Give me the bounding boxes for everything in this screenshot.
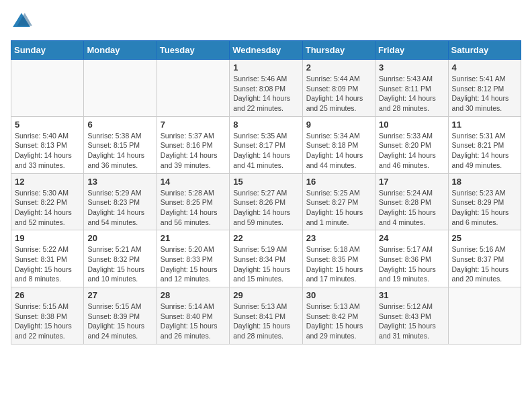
calendar-week-3: 19Sunrise: 5:22 AM Sunset: 8:31 PM Dayli…	[11, 230, 521, 287]
calendar-cell: 11Sunrise: 5:31 AM Sunset: 8:21 PM Dayli…	[448, 116, 521, 173]
calendar-cell: 16Sunrise: 5:25 AM Sunset: 8:27 PM Dayli…	[302, 173, 375, 230]
day-info: Sunrise: 5:33 AM Sunset: 8:20 PM Dayligh…	[379, 131, 444, 171]
day-info: Sunrise: 5:30 AM Sunset: 8:22 PM Dayligh…	[15, 188, 80, 228]
day-number: 1	[233, 62, 298, 73]
day-number: 22	[233, 233, 298, 243]
day-info: Sunrise: 5:40 AM Sunset: 8:13 PM Dayligh…	[15, 131, 80, 171]
calendar-body: 1Sunrise: 5:46 AM Sunset: 8:08 PM Daylig…	[11, 60, 521, 345]
calendar-week-2: 12Sunrise: 5:30 AM Sunset: 8:22 PM Dayli…	[11, 173, 521, 230]
logo-icon	[11, 11, 32, 32]
calendar-cell: 12Sunrise: 5:30 AM Sunset: 8:22 PM Dayli…	[11, 173, 84, 230]
calendar-cell: 31Sunrise: 5:12 AM Sunset: 8:43 PM Dayli…	[375, 287, 448, 345]
day-info: Sunrise: 5:21 AM Sunset: 8:32 PM Dayligh…	[87, 244, 152, 284]
day-number: 5	[15, 120, 80, 130]
day-info: Sunrise: 5:28 AM Sunset: 8:25 PM Dayligh…	[161, 188, 226, 228]
calendar-cell	[448, 287, 521, 345]
weekday-header-sunday: Sunday	[11, 41, 84, 60]
day-number: 29	[233, 290, 298, 300]
day-number: 30	[306, 290, 371, 300]
day-info: Sunrise: 5:24 AM Sunset: 8:28 PM Dayligh…	[379, 188, 444, 228]
logo	[11, 11, 35, 32]
weekday-row: SundayMondayTuesdayWednesdayThursdayFrid…	[11, 41, 521, 60]
day-info: Sunrise: 5:15 AM Sunset: 8:39 PM Dayligh…	[87, 302, 152, 341]
calendar-cell: 27Sunrise: 5:15 AM Sunset: 8:39 PM Dayli…	[84, 287, 157, 345]
calendar-cell: 30Sunrise: 5:13 AM Sunset: 8:42 PM Dayli…	[302, 287, 375, 345]
day-number: 15	[233, 177, 298, 187]
day-number: 28	[161, 290, 226, 300]
calendar-cell: 9Sunrise: 5:34 AM Sunset: 8:18 PM Daylig…	[302, 116, 375, 173]
calendar-cell: 17Sunrise: 5:24 AM Sunset: 8:28 PM Dayli…	[375, 173, 448, 230]
day-info: Sunrise: 5:12 AM Sunset: 8:43 PM Dayligh…	[379, 302, 444, 341]
page-header	[11, 11, 521, 32]
calendar-cell: 2Sunrise: 5:44 AM Sunset: 8:09 PM Daylig…	[302, 60, 375, 117]
day-number: 27	[87, 290, 152, 300]
calendar-cell	[11, 60, 84, 117]
calendar-cell: 24Sunrise: 5:17 AM Sunset: 8:36 PM Dayli…	[375, 230, 448, 287]
day-info: Sunrise: 5:41 AM Sunset: 8:12 PM Dayligh…	[452, 74, 517, 113]
calendar-cell: 29Sunrise: 5:13 AM Sunset: 8:41 PM Dayli…	[230, 287, 302, 345]
calendar-cell: 8Sunrise: 5:35 AM Sunset: 8:17 PM Daylig…	[230, 116, 302, 173]
calendar-cell: 6Sunrise: 5:38 AM Sunset: 8:15 PM Daylig…	[84, 116, 157, 173]
day-info: Sunrise: 5:34 AM Sunset: 8:18 PM Dayligh…	[306, 131, 371, 171]
calendar-cell: 18Sunrise: 5:23 AM Sunset: 8:29 PM Dayli…	[448, 173, 521, 230]
day-number: 16	[306, 177, 371, 187]
day-info: Sunrise: 5:17 AM Sunset: 8:36 PM Dayligh…	[379, 244, 444, 284]
day-number: 31	[379, 290, 444, 300]
calendar-cell: 25Sunrise: 5:16 AM Sunset: 8:37 PM Dayli…	[448, 230, 521, 287]
day-number: 24	[379, 233, 444, 243]
calendar-header: SundayMondayTuesdayWednesdayThursdayFrid…	[11, 41, 521, 60]
day-info: Sunrise: 5:27 AM Sunset: 8:26 PM Dayligh…	[233, 188, 298, 228]
day-info: Sunrise: 5:43 AM Sunset: 8:11 PM Dayligh…	[379, 74, 444, 113]
weekday-header-tuesday: Tuesday	[157, 41, 229, 60]
calendar-week-4: 26Sunrise: 5:15 AM Sunset: 8:38 PM Dayli…	[11, 287, 521, 345]
calendar-week-1: 5Sunrise: 5:40 AM Sunset: 8:13 PM Daylig…	[11, 116, 521, 173]
day-number: 8	[233, 120, 298, 130]
day-number: 18	[452, 177, 517, 187]
calendar-cell: 26Sunrise: 5:15 AM Sunset: 8:38 PM Dayli…	[11, 287, 84, 345]
weekday-header-thursday: Thursday	[302, 41, 375, 60]
day-number: 11	[452, 120, 517, 130]
day-info: Sunrise: 5:29 AM Sunset: 8:23 PM Dayligh…	[87, 188, 152, 228]
day-info: Sunrise: 5:18 AM Sunset: 8:35 PM Dayligh…	[306, 244, 371, 284]
calendar-cell: 20Sunrise: 5:21 AM Sunset: 8:32 PM Dayli…	[84, 230, 157, 287]
calendar-week-0: 1Sunrise: 5:46 AM Sunset: 8:08 PM Daylig…	[11, 60, 521, 117]
calendar-cell: 4Sunrise: 5:41 AM Sunset: 8:12 PM Daylig…	[448, 60, 521, 117]
weekday-header-saturday: Saturday	[448, 41, 521, 60]
day-number: 20	[87, 233, 152, 243]
day-info: Sunrise: 5:13 AM Sunset: 8:41 PM Dayligh…	[233, 302, 298, 341]
calendar-cell: 14Sunrise: 5:28 AM Sunset: 8:25 PM Dayli…	[157, 173, 229, 230]
day-info: Sunrise: 5:35 AM Sunset: 8:17 PM Dayligh…	[233, 131, 298, 171]
weekday-header-monday: Monday	[84, 41, 157, 60]
day-number: 17	[379, 177, 444, 187]
day-info: Sunrise: 5:13 AM Sunset: 8:42 PM Dayligh…	[306, 302, 371, 341]
weekday-header-friday: Friday	[375, 41, 448, 60]
day-info: Sunrise: 5:16 AM Sunset: 8:37 PM Dayligh…	[452, 244, 517, 284]
calendar-cell: 23Sunrise: 5:18 AM Sunset: 8:35 PM Dayli…	[302, 230, 375, 287]
day-info: Sunrise: 5:23 AM Sunset: 8:29 PM Dayligh…	[452, 188, 517, 228]
day-number: 26	[15, 290, 80, 300]
day-info: Sunrise: 5:20 AM Sunset: 8:33 PM Dayligh…	[161, 244, 226, 284]
day-info: Sunrise: 5:14 AM Sunset: 8:40 PM Dayligh…	[161, 302, 226, 341]
day-number: 4	[452, 62, 517, 73]
calendar-cell	[157, 60, 229, 117]
day-info: Sunrise: 5:44 AM Sunset: 8:09 PM Dayligh…	[306, 74, 371, 113]
calendar-cell	[84, 60, 157, 117]
calendar-cell: 5Sunrise: 5:40 AM Sunset: 8:13 PM Daylig…	[11, 116, 84, 173]
day-number: 19	[15, 233, 80, 243]
day-number: 6	[87, 120, 152, 130]
calendar-cell: 21Sunrise: 5:20 AM Sunset: 8:33 PM Dayli…	[157, 230, 229, 287]
day-info: Sunrise: 5:22 AM Sunset: 8:31 PM Dayligh…	[15, 244, 80, 284]
calendar-cell: 15Sunrise: 5:27 AM Sunset: 8:26 PM Dayli…	[230, 173, 302, 230]
day-info: Sunrise: 5:37 AM Sunset: 8:16 PM Dayligh…	[161, 131, 226, 171]
day-number: 23	[306, 233, 371, 243]
calendar-cell: 7Sunrise: 5:37 AM Sunset: 8:16 PM Daylig…	[157, 116, 229, 173]
day-number: 3	[379, 62, 444, 73]
day-number: 7	[161, 120, 226, 130]
day-info: Sunrise: 5:46 AM Sunset: 8:08 PM Dayligh…	[233, 74, 298, 113]
day-info: Sunrise: 5:25 AM Sunset: 8:27 PM Dayligh…	[306, 188, 371, 228]
calendar-cell: 10Sunrise: 5:33 AM Sunset: 8:20 PM Dayli…	[375, 116, 448, 173]
day-number: 25	[452, 233, 517, 243]
calendar-cell: 19Sunrise: 5:22 AM Sunset: 8:31 PM Dayli…	[11, 230, 84, 287]
day-number: 12	[15, 177, 80, 187]
day-info: Sunrise: 5:15 AM Sunset: 8:38 PM Dayligh…	[15, 302, 80, 341]
